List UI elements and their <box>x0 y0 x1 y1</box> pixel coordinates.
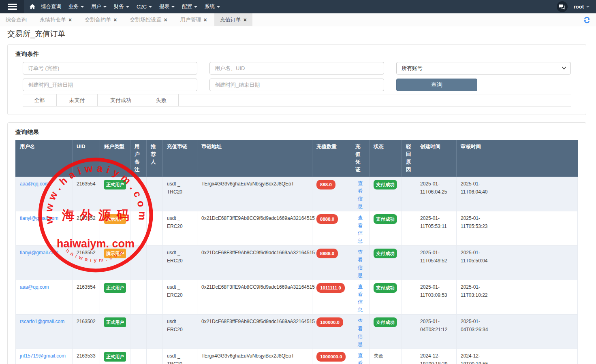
account-select[interactable]: 所有账号 <box>396 62 571 75</box>
tab-item[interactable]: 永续持仓单× <box>34 13 77 26</box>
home-icon[interactable] <box>30 4 35 9</box>
voucher-link[interactable]: 查看信息 <box>357 214 363 245</box>
voucher-link[interactable]: 查看信息 <box>357 317 363 348</box>
nav-item[interactable]: 系统 <box>201 0 224 13</box>
tab-item[interactable]: 用户管理× <box>175 13 213 26</box>
user-cell: aaa@qq.com <box>16 280 73 315</box>
tab-label: 用户管理 <box>180 16 201 23</box>
user-cell: aaa@qq.com <box>16 177 73 211</box>
user-remark-cell <box>130 349 147 364</box>
nav-item[interactable]: 业务 <box>65 0 88 13</box>
filter-tab[interactable]: 支付成功 <box>98 94 144 106</box>
status-badge: 支付成功 <box>374 317 397 327</box>
table-row: tianyi@gmail.com2163552演示用户usdt _ ERC200… <box>16 211 578 246</box>
chain-cell: usdt _ TRC20 <box>163 349 197 364</box>
reject-reason-cell <box>402 315 416 349</box>
end-date-input[interactable] <box>209 79 384 91</box>
user-link[interactable]: tianyi@gmail.com <box>20 250 58 255</box>
table-row: aaa@qq.com2163554正式用户usdt _ ERC200x21DcE… <box>16 280 578 315</box>
order-number-input[interactable] <box>23 62 197 75</box>
close-icon[interactable]: × <box>164 17 167 23</box>
created-cell: 2025-01-11T05:49:52 <box>416 246 457 280</box>
top-navbar: 综合查询业务用户财务C2C报表配置系统 root <box>0 0 596 13</box>
nav-item[interactable]: C2C <box>133 0 156 13</box>
close-icon[interactable]: × <box>244 17 247 23</box>
reject-reason-cell <box>402 177 416 211</box>
audited-cell: 2025-01-11T03:10:22 <box>457 280 497 315</box>
user-link[interactable]: rscarfo1@gmail.com <box>20 319 64 324</box>
messages-button[interactable] <box>557 1 568 12</box>
orders-table: 用户名UID账户类型用户备注推荐人充值币链币链地址充值数量充值凭证状态驳回原因创… <box>15 140 578 364</box>
account-type-badge: 演示用户 <box>104 214 126 224</box>
nav-item[interactable]: 配置 <box>178 0 201 13</box>
filter-tab[interactable]: 全部 <box>23 94 57 106</box>
chevron-down-icon <box>586 6 590 8</box>
page-title: 交易所_充值订单 <box>7 30 586 38</box>
account-type-badge: 演示用户 <box>104 249 126 258</box>
referrer-cell <box>147 315 163 349</box>
voucher-link[interactable]: 查看信息 <box>357 283 363 314</box>
close-icon[interactable]: × <box>113 17 117 23</box>
tab-label: 交割合约单 <box>85 16 111 23</box>
sidebar-toggle[interactable] <box>0 0 24 13</box>
voucher-cell: 查看信息 <box>351 315 370 349</box>
tab-bar: 综合查询永续持仓单×交割合约单×交割场控设置×用户管理×充值订单× <box>0 13 596 26</box>
amount-badge: 100000.0 <box>316 317 343 327</box>
tab-active[interactable]: 充值订单× <box>214 13 252 26</box>
username: root <box>574 4 584 10</box>
account-type-cell: 正式用户 <box>100 349 130 364</box>
status-cell: 失败 <box>370 349 402 364</box>
user-cell: tianyi@gmail.com <box>16 246 73 280</box>
extra-cell <box>497 211 578 246</box>
close-icon[interactable]: × <box>68 17 72 23</box>
tab-item[interactable]: 交割合约单× <box>79 13 122 26</box>
user-link[interactable]: aaa@qq.com <box>20 284 49 290</box>
extra-cell <box>497 349 578 364</box>
filter-tab[interactable]: 未支付 <box>57 94 98 106</box>
user-link[interactable]: aaa@qq.com <box>20 181 49 187</box>
hamburger-icon <box>8 2 17 11</box>
voucher-link[interactable]: 查看信息 <box>357 352 363 364</box>
nav-item[interactable]: 用户 <box>88 0 110 13</box>
referrer-cell <box>147 211 163 246</box>
results-panel-title: 查询结果 <box>8 123 586 135</box>
main-menu: 综合查询业务用户财务C2C报表配置系统 <box>24 0 224 13</box>
status-badge: 支付成功 <box>374 283 397 293</box>
user-cell: jnf15719@gmail.com <box>16 349 73 364</box>
username-uid-input[interactable] <box>209 62 384 75</box>
uid-cell: 2163533 <box>73 349 100 364</box>
user-link[interactable]: tianyi@gmail.com <box>20 215 58 221</box>
voucher-link[interactable]: 查看信息 <box>357 249 363 279</box>
voucher-link[interactable]: 查看信息 <box>357 180 363 211</box>
account-type-badge: 正式用户 <box>104 283 126 293</box>
filter-tab[interactable]: 失败 <box>144 94 179 106</box>
column-header: 用户名 <box>16 140 73 177</box>
refresh-icon[interactable] <box>583 17 590 25</box>
user-menu[interactable]: root <box>574 4 590 10</box>
tab-item[interactable]: 交割场控设置× <box>124 13 173 26</box>
column-header: 用户备注 <box>130 140 147 177</box>
audited-cell: 2025-01-11T06:04:40 <box>457 177 497 211</box>
nav-item[interactable]: 综合查询 <box>37 0 65 13</box>
tab-item[interactable]: 综合查询 <box>0 13 32 26</box>
account-select-wrap: 所有账号 <box>396 62 571 75</box>
status-cell: 支付成功 <box>370 280 402 315</box>
amount-badge: 8888.0 <box>316 249 338 258</box>
nav-item[interactable]: 报表 <box>156 0 178 13</box>
created-cell: 2025-01-11T06:04:25 <box>416 177 457 211</box>
chain-cell: usdt _ ERC20 <box>163 211 197 246</box>
address-cell: 0x21DcE68F3ffE9Ab8CC9f6d9adc1669aA321645… <box>197 246 312 280</box>
nav-item[interactable]: 财务 <box>110 0 133 13</box>
extra-cell <box>497 177 578 211</box>
close-icon[interactable]: × <box>204 17 207 23</box>
column-header: 币链地址 <box>197 140 312 177</box>
search-button[interactable]: 查询 <box>396 79 477 91</box>
user-cell: rscarfo1@gmail.com <box>16 315 73 349</box>
user-remark-cell <box>130 280 147 315</box>
address-cell: TErgx4GG3v6ghaEuVuNbsjyiBcx2J8QEoT <box>197 177 312 211</box>
user-link[interactable]: jnf15719@gmail.com <box>20 353 66 359</box>
start-date-input[interactable] <box>23 79 197 91</box>
voucher-cell: 查看信息 <box>351 280 370 315</box>
reject-reason-cell <box>402 246 416 280</box>
status-text: 失败 <box>374 353 383 359</box>
